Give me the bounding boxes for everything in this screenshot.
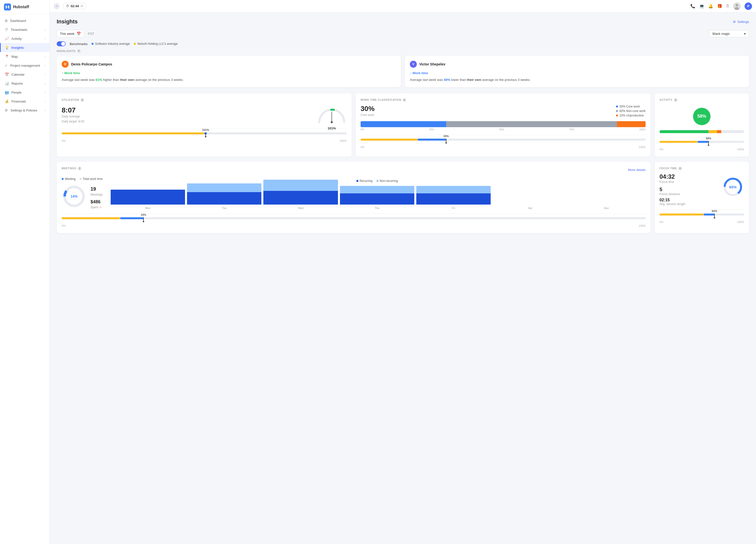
timer-widget[interactable]: ⏱ 02:44 15	[63, 3, 86, 9]
utilization-progress: 101% 0% 200%	[62, 129, 347, 142]
bar-thu-recurring	[340, 193, 414, 204]
legend-core: 30% Core work	[616, 105, 646, 108]
gift-icon[interactable]: 🎁	[717, 4, 722, 8]
sidebar-item-dashboard[interactable]: ⊞ Dashboard	[0, 16, 49, 25]
legend-software: Software Industry average	[92, 42, 130, 46]
highlights-info-icon[interactable]: ?	[77, 49, 81, 53]
meetings-card: MEETINGS ? More details Meeting	[57, 162, 651, 233]
focus-donut-wrap: 65%	[722, 176, 744, 198]
sidebar-item-settings-policies[interactable]: ⚙ Settings & Policies ‹	[0, 106, 49, 115]
focus-time-label: Focus time	[660, 180, 718, 184]
activity-bar	[660, 141, 744, 143]
wtc-sub: Core work	[361, 113, 611, 117]
day-label-thu: Thu	[375, 206, 379, 209]
sidebar-item-financials[interactable]: 💰 Financials ‹	[0, 97, 49, 106]
utilization-bar-fill-yellow	[62, 132, 204, 134]
more-details-link[interactable]: More details	[628, 168, 646, 172]
focus-label: FOCUS TIME ?	[660, 167, 744, 170]
wtc-content: 30% Core work 30% Core work 60% Non-core…	[361, 105, 646, 118]
utilization-info-icon[interactable]: ?	[81, 98, 84, 102]
dot-unproductive	[616, 114, 618, 116]
activity-bar-fill-blue	[698, 141, 709, 143]
chevron-icon-pm: ‹	[45, 64, 46, 67]
timesheets-icon: ⏱	[5, 28, 8, 32]
focus-layout: 04:32 Focus time 5 Focus sessions 02:15 …	[660, 173, 744, 206]
sidebar-item-insights[interactable]: 💡 Insights	[0, 43, 49, 52]
sidebar-label-dashboard: Dashboard	[10, 19, 26, 23]
focus-time-value: 04:32	[660, 173, 718, 180]
sidebar-item-activity[interactable]: 📈 Activity ‹	[0, 34, 49, 43]
day-label-sun: Sun	[604, 206, 609, 209]
day-label-mon: Mon	[145, 206, 150, 209]
sidebar-item-map[interactable]: 📍 Map ‹	[0, 52, 49, 61]
meetings-marker	[143, 217, 144, 221]
chevron-icon: ‹	[45, 28, 46, 31]
date-range-label: This week	[60, 32, 75, 36]
legend-label-netsoft: Netsoft Holding LLC's average	[137, 42, 178, 46]
utilization-marker	[205, 132, 206, 136]
benchmarks-toggle[interactable]	[57, 41, 66, 46]
user-avatar-1: V	[410, 61, 417, 68]
meetings-axis: 0% 100%	[62, 224, 646, 227]
focus-progress: 65% 0% 100%	[660, 210, 744, 223]
meetings-donut-label: 14%	[71, 194, 78, 198]
meetings-info-icon[interactable]: ?	[78, 167, 81, 170]
sidebar-label-settings: Settings & Policies	[10, 108, 37, 112]
sidebar-item-calendar[interactable]: 📅 Calendar ‹	[0, 70, 49, 79]
gauge-right: 101%	[317, 105, 347, 125]
topbar: ‹ ⏱ 02:44 15 📞 💻 🔔 🎁 ⠿ P	[50, 0, 756, 12]
back-button[interactable]: ‹	[54, 3, 60, 9]
sidebar-label-timesheets: Timesheets	[11, 28, 27, 32]
dot-noncore	[616, 110, 618, 112]
focus-marker-triangle	[713, 217, 715, 219]
meetings-bar-legend: Recurring Non-recurring	[109, 179, 646, 183]
meetings-bar-fill-yellow	[62, 217, 120, 219]
wtc-bar-unproductive	[617, 121, 646, 127]
benchmarks-row: Benchmarks Software Industry average Net…	[57, 41, 749, 46]
activity-info-icon[interactable]: ?	[674, 98, 677, 102]
sidebar-nav: ⊞ Dashboard ⏱ Timesheets ‹ 📈 Activity ‹	[0, 14, 49, 544]
bar-mon: Mon	[111, 190, 185, 209]
focus-info-icon[interactable]: ?	[678, 167, 682, 170]
map-icon: 📍	[5, 54, 9, 58]
bar-tue: Tue	[187, 183, 261, 209]
wtc-bar	[361, 121, 646, 127]
meetings-marker-triangle	[142, 221, 144, 222]
topbar-right: 📞 💻 🔔 🎁 ⠿ P	[690, 2, 752, 10]
screen-icon[interactable]: 💻	[699, 4, 704, 8]
phone-icon[interactable]: 📞	[690, 4, 695, 8]
work-time-indicator-1: ↓ Work time	[410, 71, 744, 75]
org-selector[interactable]: Black magic ▾	[709, 30, 749, 37]
settings-link[interactable]: ⚙ Settings	[733, 20, 749, 24]
wtc-label: WORK TIME CLASSIFICATION ?	[361, 98, 646, 102]
logo-text: Hubstaff	[13, 5, 29, 9]
user-avatar[interactable]	[733, 2, 741, 10]
focus-marker	[714, 213, 715, 217]
bar-sun: Sun	[569, 205, 644, 209]
sidebar-item-people[interactable]: 👥 People ‹	[0, 88, 49, 97]
bar-wed-recurring	[263, 191, 338, 204]
gauge-container: 8:07 Daily average Daily target: 8:00	[62, 105, 347, 125]
meetings-legend: Meeting Total work time	[62, 177, 103, 181]
settings-icon: ⚙	[5, 108, 8, 112]
meetings-cost: $486	[91, 199, 103, 204]
sidebar-item-project-management[interactable]: ✓ Project management ‹	[0, 61, 49, 70]
toggle-dot	[61, 42, 65, 46]
chevron-down-icon: ▾	[744, 32, 746, 36]
wtc-info-icon[interactable]: ?	[403, 98, 406, 102]
sidebar-item-reports[interactable]: 📊 Reports ‹	[0, 79, 49, 88]
date-range-picker[interactable]: This week 📅	[57, 30, 84, 37]
svg-point-2	[736, 4, 738, 6]
warning-icon: ⚠	[99, 205, 102, 209]
wtc-bar-pct: 30%	[443, 135, 449, 138]
apps-icon[interactable]: ⠿	[726, 4, 729, 8]
meetings-donut-section: 14% 19 Meetings $486 Spent ⚠	[62, 184, 103, 209]
activity-marker-triangle	[708, 145, 709, 146]
wtc-bar-2	[361, 139, 646, 141]
sidebar-label-pm: Project management	[10, 64, 40, 67]
focus-bar-fill-blue	[704, 213, 714, 215]
activity-multibar	[660, 130, 744, 133]
timer-time: 02:44	[71, 4, 79, 8]
bell-icon[interactable]: 🔔	[708, 4, 713, 8]
sidebar-item-timesheets[interactable]: ⏱ Timesheets ‹	[0, 25, 49, 34]
